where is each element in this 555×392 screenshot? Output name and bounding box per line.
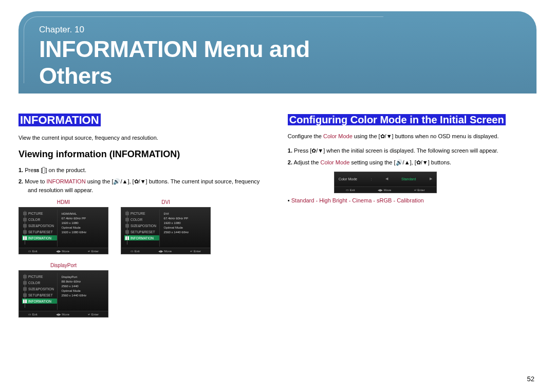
label: Enter bbox=[91, 250, 99, 253]
osd-footer: ▭ Exit ◀▶ Move ↵ Enter bbox=[19, 311, 108, 317]
label: Exit bbox=[32, 250, 38, 253]
osd-item-setup: SETUP&RESET bbox=[22, 229, 57, 234]
label: SETUP&RESET bbox=[28, 230, 53, 234]
osd-footer: ▭ Exit ◀▶ Move ↵ Enter bbox=[19, 248, 108, 254]
osd-track bbox=[127, 211, 127, 245]
osd-label-dvi: DVI bbox=[121, 199, 211, 205]
osd-menu-list: PICTURE COLOR SIZE&POSITION SETUP&RESET … bbox=[124, 210, 159, 247]
section-heading-information: INFORMATION bbox=[18, 114, 101, 126]
step-number: 1. bbox=[288, 147, 292, 154]
label: SIZE&POSITION bbox=[28, 287, 54, 291]
osd-colormode: Color Mode : ◀ Standard ▶ ▭ Exit ◀▶ Move… bbox=[334, 172, 437, 193]
osd-cell-hdmi: HDMI PICTURE COLOR SIZE&POSITION SETUP&R… bbox=[18, 199, 108, 254]
highlight-information: INFORMATION bbox=[46, 178, 85, 184]
step-text: Press [ bbox=[25, 167, 42, 173]
info-line: DVI bbox=[164, 212, 206, 216]
info-line: DisplayPort bbox=[62, 275, 104, 279]
footer-move: ◀▶ Move bbox=[378, 188, 391, 192]
label: PICTURE bbox=[131, 212, 145, 215]
step-number: 2. bbox=[18, 178, 23, 184]
label: PICTURE bbox=[28, 212, 43, 215]
info-line: 2560 x 1440 60Hz bbox=[62, 293, 104, 298]
step-text: Press [✿/▼] when the initial screen is d… bbox=[294, 147, 498, 154]
info-line: 1920 x 1080 bbox=[62, 221, 104, 226]
footer-exit: ▭ Exit bbox=[131, 249, 140, 253]
osd-menu-list: PICTURE COLOR SIZE&POSITION SETUP&RESET … bbox=[22, 210, 57, 247]
label: Enter bbox=[417, 189, 424, 192]
left-step-2: 2. Move to INFORMATION using the [🔊/▲], … bbox=[18, 177, 267, 194]
label: INFORMATION bbox=[28, 236, 51, 240]
label: SETUP&RESET bbox=[28, 293, 53, 297]
step-number: 2. bbox=[288, 159, 292, 165]
label: INFORMATION bbox=[28, 300, 51, 303]
osd-cell-displayport: DisplayPort PICTURE COLOR SIZE&POSITION … bbox=[18, 263, 108, 318]
osd-label-displayport: DisplayPort bbox=[18, 263, 108, 268]
info-line: 1920 x 1080 60Hz bbox=[62, 230, 104, 235]
osd-info-panel: DVI 67.4kHz 60Hz PP 1920 x 1080 Optimal … bbox=[159, 210, 207, 247]
label: COLOR bbox=[28, 281, 40, 285]
label: PICTURE bbox=[28, 275, 43, 278]
osd-screenshots: HDMI PICTURE COLOR SIZE&POSITION SETUP&R… bbox=[18, 199, 267, 318]
label: Move bbox=[62, 313, 69, 316]
banner-inner: Chapter. 10 INFORMATION Menu and Others bbox=[24, 16, 383, 83]
label: Move bbox=[164, 250, 172, 253]
color-osd-value: Standard bbox=[401, 177, 416, 181]
osd-item-information: INFORMATION bbox=[22, 235, 57, 240]
info-line: Optimal Mode bbox=[62, 289, 104, 293]
color-osd-label: Color Mode bbox=[339, 177, 357, 181]
osd-menu-dvi: PICTURE COLOR SIZE&POSITION SETUP&RESET … bbox=[121, 207, 211, 254]
osd-item-color: COLOR bbox=[124, 217, 159, 222]
right-steps: 1. Press [✿/▼] when the initial screen i… bbox=[288, 146, 536, 166]
osd-item-setup: SETUP&RESET bbox=[124, 229, 159, 234]
info-line: 88.9kHz 60Hz bbox=[62, 279, 104, 284]
osd-item-size: SIZE&POSITION bbox=[22, 286, 57, 291]
footer-enter: ↵ Enter bbox=[88, 249, 99, 253]
osd-item-size: SIZE&POSITION bbox=[124, 223, 159, 228]
osd-label-hdmi: HDMI bbox=[18, 199, 108, 205]
osd-menu-list: PICTURE COLOR SIZE&POSITION SETUP&RESET … bbox=[22, 273, 57, 310]
right-column: Configuring Color Mode in the Initial Sc… bbox=[288, 113, 536, 318]
osd-info-panel: DisplayPort 88.9kHz 60Hz 2560 x 1440 Opt… bbox=[57, 273, 105, 310]
footer-move: ◀▶ Move bbox=[56, 312, 69, 316]
footer-exit: ▭ Exit bbox=[28, 249, 38, 253]
info-line: 67.4kHz 60Hz PP bbox=[164, 216, 206, 221]
section-heading-colormode: Configuring Color Mode in the Initial Sc… bbox=[288, 114, 506, 125]
step-text: setting using the [🔊/▲], [✿/▼] buttons. bbox=[349, 159, 451, 165]
information-intro: View the current input source, frequency… bbox=[18, 134, 267, 142]
chapter-label: Chapter. 10 bbox=[39, 25, 368, 35]
label: Move bbox=[384, 189, 392, 192]
info-line: 2560 x 1440 bbox=[62, 284, 104, 289]
footer-move: ◀▶ Move bbox=[56, 249, 69, 253]
osd-item-information: INFORMATION bbox=[124, 235, 159, 240]
label: Move bbox=[62, 250, 69, 253]
footer-enter: ↵ Enter bbox=[88, 312, 99, 316]
footer-move: ◀▶ Move bbox=[158, 249, 172, 253]
colormode-intro: Configure the Color Mode using the [✿/▼]… bbox=[288, 133, 536, 140]
osd-track bbox=[25, 274, 25, 308]
osd-info-panel: HDMI/MHL 67.4kHz 60Hz PP 1920 x 1080 Opt… bbox=[57, 210, 105, 247]
info-line: HDMI/MHL bbox=[62, 212, 104, 216]
osd-item-picture: PICTURE bbox=[124, 211, 159, 216]
step-text: ] on the product. bbox=[45, 167, 86, 173]
osd-menu-displayport: PICTURE COLOR SIZE&POSITION SETUP&RESET … bbox=[18, 270, 108, 318]
osd-item-picture: PICTURE bbox=[22, 274, 57, 279]
info-line: Optimal Mode bbox=[164, 226, 206, 230]
footer-enter: ↵ Enter bbox=[190, 249, 201, 253]
label: Enter bbox=[91, 313, 99, 316]
osd-footer: ▭ Exit ◀▶ Move ↵ Enter bbox=[335, 186, 436, 193]
modes-text: Standard - High Bright - Cinema - sRGB -… bbox=[291, 197, 424, 203]
chapter-title: INFORMATION Menu and Others bbox=[39, 36, 368, 89]
label: COLOR bbox=[131, 218, 142, 221]
info-line: 1920 x 1080 bbox=[164, 221, 206, 226]
footer-exit: ▭ Exit bbox=[346, 188, 355, 192]
osd-item-information: INFORMATION bbox=[22, 298, 57, 304]
label: Enter bbox=[194, 250, 201, 253]
left-steps: 1. Press [▭] on the product. 2. Move to … bbox=[18, 166, 267, 195]
osd-item-setup: SETUP&RESET bbox=[22, 292, 57, 297]
footer-exit: ▭ Exit bbox=[28, 312, 38, 316]
color-modes-list: • Standard - High Bright - Cinema - sRGB… bbox=[288, 197, 536, 203]
osd-item-size: SIZE&POSITION bbox=[22, 223, 57, 228]
osd-item-color: COLOR bbox=[22, 280, 57, 285]
chapter-banner: Chapter. 10 INFORMATION Menu and Others bbox=[18, 11, 536, 94]
highlight-colormode: Color Mode bbox=[323, 133, 353, 139]
